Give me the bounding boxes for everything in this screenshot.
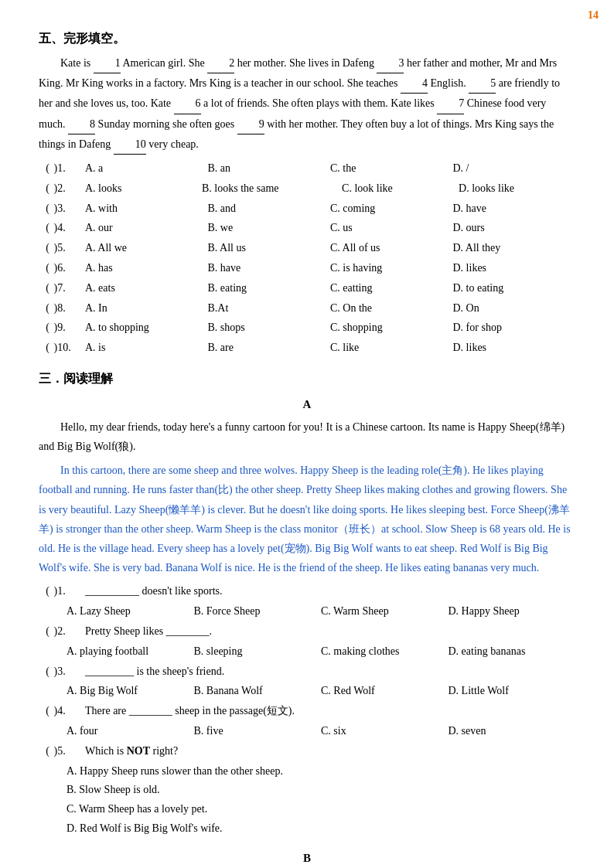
table-row: ( )5. Which is NOT right? xyxy=(39,742,575,761)
table-row: ( )4. A. our B. we C. us D. ours xyxy=(39,219,575,237)
table-row: ( )1. A. a B. an C. the D. / xyxy=(39,159,575,178)
blank-9: 9 xyxy=(237,114,264,134)
table-row: ( )3. _________ is the sheep's friend. xyxy=(39,662,575,681)
table-row: ( )6. A. has B. have C. is having D. lik… xyxy=(39,259,575,277)
blank-4: 4 xyxy=(401,73,428,94)
table-row: ( )4. There are ________ sheep in the pa… xyxy=(39,702,575,720)
list-item: A. Happy Sheep runs slower than the othe… xyxy=(39,762,575,838)
section1-passage: Kate is 1 American girl. She 2 her mothe… xyxy=(39,53,575,155)
section1-questions: ( )1. A. a B. an C. the D. / ( )2. A. lo… xyxy=(39,159,575,357)
list-item: A. Lazy Sheep B. Force Sheep C. Warm She… xyxy=(39,602,575,621)
table-row: ( )1. __________ doesn't like sports. xyxy=(39,582,575,601)
blank-1: 1 xyxy=(94,53,121,73)
part-a-para1: Hello, my dear friends, today here's a f… xyxy=(39,417,575,456)
blank-8: 8 xyxy=(68,114,95,134)
blank-10: 10 xyxy=(114,134,146,155)
table-row: ( )9. A. to shopping B. shops C. shoppin… xyxy=(39,318,575,337)
blank-6: 6 xyxy=(174,94,201,114)
table-row: ( )10. A. is B. are C. like D. likes xyxy=(39,339,575,357)
table-row: ( )5. A. All we B. All us C. All of us D… xyxy=(39,239,575,257)
page-number: 14 xyxy=(588,9,599,22)
table-row: ( )7. A. eats B. eating C. eatting D. to… xyxy=(39,279,575,298)
section1-title: 五、完形填空。 xyxy=(39,31,575,47)
blank-2: 2 xyxy=(207,53,234,73)
part-a-label: A xyxy=(39,398,575,411)
table-row: ( )2. A. looks B. looks the same C. look… xyxy=(39,179,575,198)
part-b-label: B xyxy=(39,852,575,865)
part-a-para2: In this cartoon, there are some sheep an… xyxy=(39,461,575,577)
list-item: A. Big Big Wolf B. Banana Wolf C. Red Wo… xyxy=(39,682,575,700)
part-a-questions: ( )1. __________ doesn't like sports. A.… xyxy=(39,582,575,837)
section2-title: 三．阅读理解 xyxy=(39,371,575,387)
table-row: ( )2. Pretty Sheep likes ________. xyxy=(39,622,575,641)
blank-5: 5 xyxy=(469,73,496,94)
blank-7: 7 xyxy=(437,94,464,114)
list-item: A. playing football B. sleeping C. makin… xyxy=(39,642,575,661)
table-row: ( )3. A. with B. and C. coming D. have xyxy=(39,199,575,218)
table-row: ( )8. A. In B.At C. On the D. On xyxy=(39,299,575,318)
blank-3: 3 xyxy=(377,53,404,73)
list-item: A. four B. five C. six D. seven xyxy=(39,722,575,740)
